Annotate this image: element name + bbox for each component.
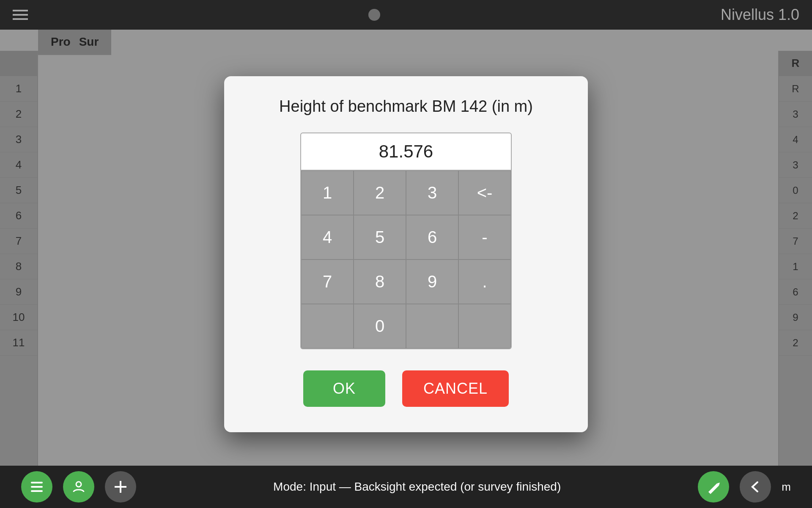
numpad-key-minus[interactable]: - xyxy=(458,215,511,260)
toolbar-btn-3[interactable] xyxy=(105,471,136,502)
numpad-key-empty-3 xyxy=(458,304,511,348)
svg-rect-0 xyxy=(31,482,43,483)
toolbar-btn-2[interactable] xyxy=(63,471,94,502)
status-unit: m xyxy=(782,480,791,494)
action-buttons: OK CANCEL xyxy=(303,370,509,407)
numpad-key-1[interactable]: 1 xyxy=(301,171,354,215)
numpad-key-decimal[interactable]: . xyxy=(458,260,511,304)
toolbar-icons-right: m xyxy=(698,471,791,502)
toolbar-btn-back[interactable] xyxy=(740,471,771,502)
numpad-key-empty-2 xyxy=(406,304,458,348)
numpad-key-3[interactable]: 3 xyxy=(406,171,458,215)
cancel-button[interactable]: CANCEL xyxy=(402,370,509,407)
numpad-container: 81.576 1 2 3 <- 4 5 6 - 7 8 9 . 0 xyxy=(300,133,512,349)
numpad-key-5[interactable]: 5 xyxy=(354,215,406,260)
status-bar: Mode: Input — Backsight expected (or sur… xyxy=(0,466,812,508)
ok-button[interactable]: OK xyxy=(303,370,385,407)
svg-rect-1 xyxy=(31,486,43,488)
numpad-display: 81.576 xyxy=(300,133,512,171)
numpad-key-9[interactable]: 9 xyxy=(406,260,458,304)
numpad-value: 81.576 xyxy=(379,141,433,162)
svg-point-3 xyxy=(76,482,81,487)
numpad-key-2[interactable]: 2 xyxy=(354,171,406,215)
numpad-key-0[interactable]: 0 xyxy=(354,304,406,348)
numpad-key-empty-1 xyxy=(301,304,354,348)
status-text-area: Mode: Input — Backsight expected (or sur… xyxy=(136,480,698,494)
numpad-key-8[interactable]: 8 xyxy=(354,260,406,304)
toolbar-btn-edit[interactable] xyxy=(698,471,729,502)
numpad-key-4[interactable]: 4 xyxy=(301,215,354,260)
toolbar-btn-1[interactable] xyxy=(21,471,52,502)
numpad-key-backspace[interactable]: <- xyxy=(458,171,511,215)
numpad-key-7[interactable]: 7 xyxy=(301,260,354,304)
toolbar-icons-left xyxy=(21,471,136,502)
dialog-title: Height of benchmark BM 142 (in m) xyxy=(279,97,533,116)
numpad-grid: 1 2 3 <- 4 5 6 - 7 8 9 . 0 xyxy=(300,171,512,349)
svg-rect-2 xyxy=(31,490,43,492)
status-text: Mode: Input — Backsight expected (or sur… xyxy=(273,480,561,493)
numpad-key-6[interactable]: 6 xyxy=(406,215,458,260)
modal-overlay: Height of benchmark BM 142 (in m) 81.576… xyxy=(0,0,812,508)
dialog: Height of benchmark BM 142 (in m) 81.576… xyxy=(224,76,588,432)
